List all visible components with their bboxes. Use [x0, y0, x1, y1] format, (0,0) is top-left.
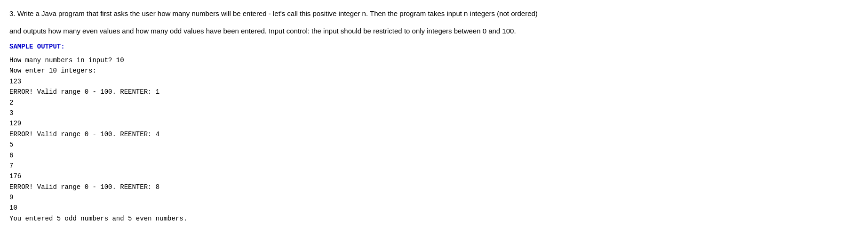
sample-output-label: SAMPLE OUTPUT: — [9, 43, 859, 50]
code-line: 7 — [9, 161, 859, 171]
code-line: ERROR! Valid range 0 - 100. REENTER: 8 — [9, 182, 859, 192]
code-line: 9 — [9, 192, 859, 203]
code-line: 6 — [9, 150, 859, 161]
code-line: How many numbers in input? 10 — [9, 55, 859, 65]
code-line: ERROR! Valid range 0 - 100. REENTER: 4 — [9, 129, 859, 139]
code-line: ERROR! Valid range 0 - 100. REENTER: 1 — [9, 87, 859, 97]
description-line2: and outputs how many even values and how… — [9, 26, 859, 37]
code-line: 129 — [9, 118, 859, 129]
code-line: 5 — [9, 139, 859, 150]
code-line: 123 — [9, 76, 859, 87]
code-line: 176 — [9, 171, 859, 181]
description-line1: 3. Write a Java program that first asks … — [9, 8, 859, 19]
code-line: 10 — [9, 203, 859, 213]
code-line: You entered 5 odd numbers and 5 even num… — [9, 213, 859, 224]
code-line: Now enter 10 integers: — [9, 65, 859, 76]
code-output-block: How many numbers in input? 10Now enter 1… — [9, 55, 859, 224]
description-paragraph: 3. Write a Java program that first asks … — [9, 8, 859, 36]
code-line: 3 — [9, 108, 859, 118]
code-line: 2 — [9, 98, 859, 108]
